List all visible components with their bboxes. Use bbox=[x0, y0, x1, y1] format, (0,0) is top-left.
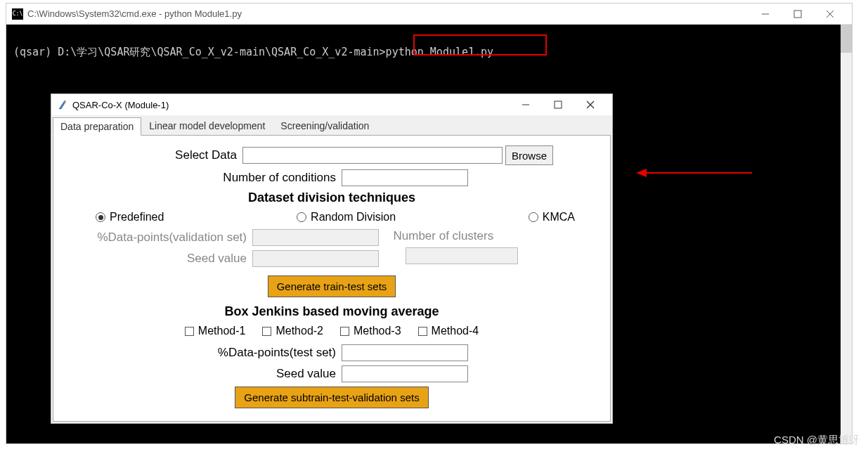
tab-screening-validation[interactable]: Screening/validation bbox=[273, 117, 377, 135]
generate-train-test-button[interactable]: Generate train-test sets bbox=[268, 275, 396, 297]
seed-label: Seed value bbox=[67, 252, 247, 266]
method1-label: Method-1 bbox=[198, 325, 246, 337]
gui-close-button[interactable] bbox=[574, 95, 607, 115]
gui-window: QSAR-Co-X (Module-1) Data preparation Li… bbox=[51, 93, 613, 424]
cmd-scrollbar[interactable] bbox=[841, 25, 852, 443]
section-boxjenkins-title: Box Jenkins based moving average bbox=[67, 304, 596, 319]
svg-rect-7 bbox=[555, 101, 562, 108]
radio-dot-icon bbox=[98, 215, 103, 220]
gui-minimize-button[interactable] bbox=[510, 95, 542, 115]
method2-label: Method-2 bbox=[276, 325, 323, 337]
section-division-title: Dataset division techniques bbox=[67, 190, 596, 205]
pct-validation-label: %Data-points(validation set) bbox=[67, 231, 247, 245]
seed-input bbox=[252, 250, 379, 267]
pct-validation-input bbox=[252, 229, 379, 246]
checkbox-icon bbox=[185, 327, 194, 336]
generate-subtrain-button[interactable]: Generate subtrain-test-validation sets bbox=[235, 387, 428, 408]
cmd-icon: C:\ bbox=[12, 8, 23, 20]
method3-label: Method-3 bbox=[354, 325, 401, 337]
cmd-prompt-line: (qsar) D:\学习\QSAR研究\QSAR_Co_X_v2-main\QS… bbox=[13, 46, 845, 59]
tab-data-preparation[interactable]: Data preparation bbox=[53, 117, 141, 136]
pct-test-label: %Data-points(test set) bbox=[132, 346, 336, 360]
cmd-command: python Module1.py bbox=[386, 46, 494, 58]
tab-strip: Data preparation Linear model developmen… bbox=[51, 115, 612, 135]
cmd-titlebar[interactable]: C:\ C:\Windows\System32\cmd.exe - python… bbox=[6, 4, 852, 25]
tab-linear-model[interactable]: Linear model development bbox=[141, 117, 273, 135]
checkbox-icon bbox=[262, 327, 271, 336]
check-method-4[interactable]: Method-4 bbox=[418, 325, 479, 337]
gui-title: QSAR-Co-X (Module-1) bbox=[72, 100, 510, 110]
radio-circle-icon bbox=[96, 212, 105, 222]
select-data-label: Select Data bbox=[110, 148, 237, 162]
cmd-window-controls bbox=[749, 4, 846, 24]
cmd-prompt: (qsar) D:\学习\QSAR研究\QSAR_Co_X_v2-main\QS… bbox=[13, 46, 386, 58]
radio-circle-icon bbox=[297, 212, 306, 222]
seed2-input[interactable] bbox=[342, 365, 468, 382]
cmd-title: C:\Windows\System32\cmd.exe - python Mod… bbox=[27, 8, 749, 19]
cmd-scroll-thumb[interactable] bbox=[841, 25, 852, 53]
check-method-2[interactable]: Method-2 bbox=[262, 325, 323, 337]
radio-kmca-label: KMCA bbox=[543, 211, 575, 223]
maximize-button[interactable] bbox=[782, 4, 814, 24]
radio-predefined[interactable]: Predefined bbox=[96, 211, 164, 223]
num-conditions-label: Number of conditions bbox=[132, 171, 336, 185]
radio-circle-icon bbox=[529, 212, 538, 222]
num-conditions-input[interactable] bbox=[342, 169, 468, 186]
gui-titlebar[interactable]: QSAR-Co-X (Module-1) bbox=[51, 94, 612, 115]
svg-rect-1 bbox=[794, 11, 801, 18]
num-clusters-input bbox=[406, 247, 518, 264]
python-feather-icon bbox=[57, 99, 68, 110]
tab-content: Select Data Browse Number of conditions … bbox=[53, 135, 611, 422]
minimize-button[interactable] bbox=[749, 4, 782, 24]
select-data-input[interactable] bbox=[242, 147, 503, 164]
radio-predefined-label: Predefined bbox=[110, 211, 164, 223]
radio-random-label: Random Division bbox=[311, 211, 396, 223]
checkbox-icon bbox=[340, 327, 349, 336]
close-button[interactable] bbox=[814, 4, 846, 24]
check-method-3[interactable]: Method-3 bbox=[340, 325, 401, 337]
method4-label: Method-4 bbox=[432, 325, 479, 337]
pct-test-input[interactable] bbox=[342, 344, 468, 361]
radio-kmca[interactable]: KMCA bbox=[529, 211, 575, 223]
browse-button[interactable]: Browse bbox=[505, 145, 553, 165]
checkbox-icon bbox=[418, 327, 427, 336]
seed2-label: Seed value bbox=[132, 367, 336, 381]
gui-maximize-button[interactable] bbox=[542, 95, 574, 115]
radio-random[interactable]: Random Division bbox=[297, 211, 396, 223]
check-method-1[interactable]: Method-1 bbox=[185, 325, 246, 337]
watermark: CSDN @黄思博呀 bbox=[774, 434, 860, 447]
num-clusters-label: Number of clusters bbox=[384, 229, 493, 243]
method-check-row: Method-1 Method-2 Method-3 Method-4 bbox=[67, 325, 596, 337]
division-radio-row: Predefined Random Division KMCA bbox=[67, 211, 596, 223]
